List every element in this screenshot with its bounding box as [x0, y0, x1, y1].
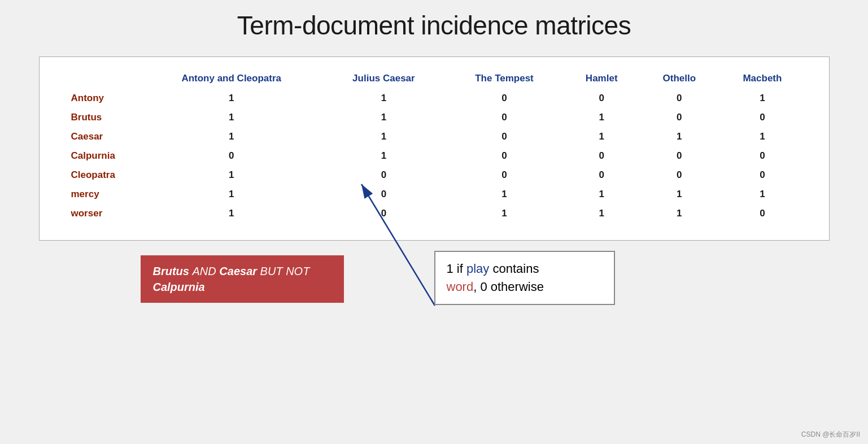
watermark: CSDN @长命百岁II [801, 430, 860, 439]
value-cell: 1 [640, 204, 718, 223]
annotation-caesar: Caesar [219, 265, 257, 277]
value-cell: 0 [718, 146, 806, 166]
page: Term-document incidence matrices Antony … [0, 0, 868, 444]
value-cell: 1 [563, 108, 640, 127]
value-cell: 1 [640, 185, 718, 204]
col-header-antony-cleopatra: Antony and Cleopatra [141, 68, 322, 89]
value-cell: 1 [446, 204, 563, 223]
annotation-and: AND [193, 265, 220, 277]
term-cell: Caesar [62, 127, 141, 146]
col-header-macbeth: Macbeth [718, 68, 806, 89]
value-cell: 1 [141, 185, 322, 204]
value-cell: 1 [322, 127, 446, 146]
col-header-hamlet: Hamlet [563, 68, 640, 89]
table-row: Caesar110111 [62, 127, 806, 146]
value-cell: 0 [563, 166, 640, 185]
value-cell: 1 [563, 204, 640, 223]
annotation-box: Brutus AND Caesar BUT NOT Calpurnia [141, 255, 344, 303]
value-cell: 0 [446, 146, 563, 166]
value-cell: 1 [640, 127, 718, 146]
value-cell: 0 [446, 127, 563, 146]
value-cell: 1 [322, 89, 446, 108]
term-cell: worser [62, 204, 141, 223]
page-title: Term-document incidence matrices [237, 10, 631, 41]
bottom-section: Brutus AND Caesar BUT NOT Calpurnia 1 if… [39, 251, 830, 319]
value-cell: 1 [141, 204, 322, 223]
value-cell: 0 [718, 204, 806, 223]
value-cell: 0 [446, 166, 563, 185]
term-cell: Antony [62, 89, 141, 108]
value-cell: 1 [563, 185, 640, 204]
value-cell: 1 [141, 89, 322, 108]
info-contains: contains [489, 262, 539, 276]
value-cell: 0 [640, 89, 718, 108]
term-cell: Brutus [62, 108, 141, 127]
table-row: Brutus110100 [62, 108, 806, 127]
table-row: Cleopatra100000 [62, 166, 806, 185]
value-cell: 1 [563, 127, 640, 146]
col-header-empty [62, 68, 141, 89]
term-cell: Cleopatra [62, 166, 141, 185]
value-cell: 1 [718, 89, 806, 108]
info-otherwise: , 0 otherwise [473, 280, 544, 294]
value-cell: 1 [322, 146, 446, 166]
info-play: play [466, 262, 489, 276]
col-header-the-tempest: The Tempest [446, 68, 563, 89]
table-row: mercy101111 [62, 185, 806, 204]
matrix-container: Antony and Cleopatra Julius Caesar The T… [39, 56, 830, 241]
value-cell: 0 [718, 108, 806, 127]
table-row: Antony110001 [62, 89, 806, 108]
table-row: worser101110 [62, 204, 806, 223]
value-cell: 1 [718, 127, 806, 146]
incidence-matrix-table: Antony and Cleopatra Julius Caesar The T… [62, 68, 806, 223]
info-prefix: 1 if [447, 262, 466, 276]
value-cell: 1 [322, 108, 446, 127]
info-box: 1 if play contains word, 0 otherwise [434, 251, 615, 305]
value-cell: 0 [640, 146, 718, 166]
value-cell: 0 [446, 108, 563, 127]
annotation-calpurnia: Calpurnia [153, 281, 205, 293]
term-cell: mercy [62, 185, 141, 204]
value-cell: 1 [718, 185, 806, 204]
value-cell: 1 [141, 127, 322, 146]
col-header-julius-caesar: Julius Caesar [322, 68, 446, 89]
term-cell: Calpurnia [62, 146, 141, 166]
value-cell: 1 [141, 108, 322, 127]
table-header-row: Antony and Cleopatra Julius Caesar The T… [62, 68, 806, 89]
value-cell: 0 [563, 146, 640, 166]
col-header-othello: Othello [640, 68, 718, 89]
value-cell: 0 [563, 89, 640, 108]
value-cell: 0 [640, 166, 718, 185]
value-cell: 0 [446, 89, 563, 108]
value-cell: 0 [322, 185, 446, 204]
value-cell: 1 [141, 166, 322, 185]
value-cell: 0 [141, 146, 322, 166]
table-row: Calpurnia010000 [62, 146, 806, 166]
value-cell: 0 [322, 204, 446, 223]
value-cell: 0 [322, 166, 446, 185]
annotation-brutus: Brutus [153, 265, 189, 277]
value-cell: 0 [640, 108, 718, 127]
annotation-but-not: BUT NOT [260, 265, 310, 277]
value-cell: 1 [446, 185, 563, 204]
value-cell: 0 [718, 166, 806, 185]
info-word: word [447, 280, 474, 294]
